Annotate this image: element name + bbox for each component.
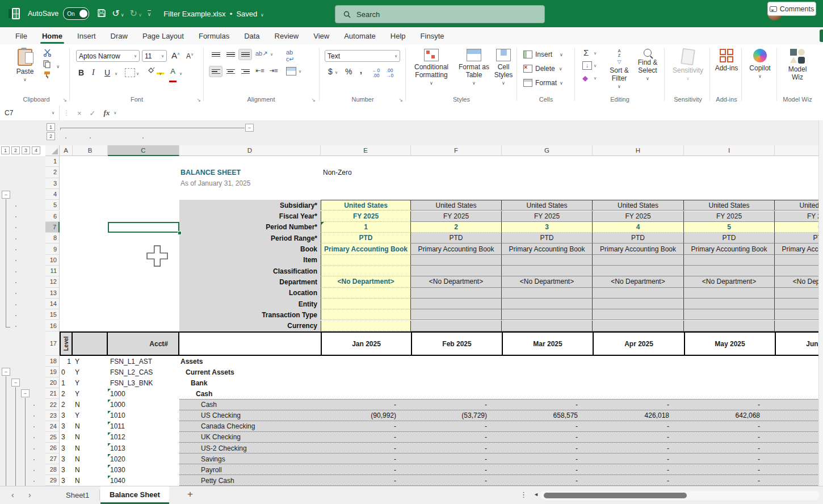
cell-F11[interactable] (411, 266, 502, 276)
paste-button[interactable]: Paste ∨ (12, 49, 37, 82)
filter-label[interactable]: Non-Zero (323, 167, 352, 178)
cell-D24[interactable]: Canada Checking (179, 421, 321, 432)
row-header-12[interactable]: 12 (45, 276, 60, 287)
decrease-decimal-button[interactable]: .00→0 (386, 68, 393, 78)
formula-input[interactable] (121, 105, 823, 121)
active-cell-selection[interactable] (108, 222, 179, 233)
cell-B18[interactable]: Y (73, 356, 108, 367)
sort-filter-button[interactable]: AZ ▽ Sort & Filter ∨ (606, 49, 632, 89)
cell-C26[interactable]: 1013 (108, 443, 179, 453)
ribbon-tab-formulas[interactable]: Formulas (191, 27, 237, 44)
row-header-11[interactable]: 11 (45, 266, 60, 276)
cell-G11[interactable] (502, 266, 593, 276)
cell-F26[interactable]: - (411, 443, 502, 453)
cell-B19[interactable]: Y (73, 367, 108, 377)
cell-B28[interactable]: N (73, 464, 108, 475)
cell-I24[interactable]: - (684, 421, 775, 432)
ribbon-tab-draw[interactable]: Draw (103, 27, 135, 44)
column-header-G[interactable]: G (502, 145, 593, 156)
tab-split-handle[interactable]: ⋮ (520, 490, 527, 499)
column-header-E[interactable]: E (321, 145, 411, 156)
row-header-8[interactable]: 8 (45, 233, 60, 243)
cell-C19[interactable]: FSN_L2_CAS (108, 367, 179, 377)
row-header-29[interactable]: 29 (45, 475, 60, 486)
cell-I6[interactable]: FY 2025 (684, 211, 775, 222)
cell-E16[interactable] (321, 321, 411, 331)
cell-F12[interactable]: <No Department> (411, 276, 502, 287)
copy-button[interactable]: ∨ (43, 60, 60, 70)
cell-D19[interactable]: Current Assets (179, 367, 321, 377)
cell-H9[interactable]: Primary Accounting Book (593, 243, 684, 254)
cell-A18[interactable]: 1 (60, 356, 73, 367)
cell-H27[interactable]: - (593, 453, 684, 464)
cell-C23[interactable]: 1010 (108, 410, 179, 421)
cell-H8[interactable]: PTD (593, 233, 684, 243)
cell-G26[interactable]: - (502, 443, 593, 453)
cell-F22[interactable]: - (411, 399, 502, 410)
cell-G7[interactable]: 3 (502, 222, 593, 233)
cell-G5[interactable]: United States (502, 200, 593, 211)
cell-I23[interactable]: 642,068 (684, 410, 775, 421)
format-painter-button[interactable] (43, 70, 52, 81)
cell-D23[interactable]: US Checking (179, 410, 321, 421)
clear-button[interactable]: ◆ (582, 74, 588, 82)
cell-F6[interactable]: FY 2025 (411, 211, 502, 222)
autosum-dropdown[interactable]: ∨ (594, 51, 597, 56)
row-header-27[interactable]: 27 (45, 453, 60, 464)
font-dialog-launcher[interactable]: ↘ (196, 97, 201, 103)
cell-J15[interactable] (775, 309, 818, 320)
cell-G22[interactable]: - (502, 399, 593, 410)
document-title[interactable]: Filter Example.xlsx • Saved ∨ (163, 10, 263, 18)
row-header-9[interactable]: 9 (45, 243, 60, 254)
row-outline-level-button-4[interactable]: 4 (32, 146, 40, 154)
cell-A24[interactable]: 3 (60, 421, 73, 432)
row-header-3[interactable]: 3 (45, 178, 60, 189)
orientation-dropdown[interactable]: ∨ (270, 52, 273, 57)
month-header-jan-2025[interactable]: Jan 2025 (321, 333, 411, 355)
cell-E9[interactable]: Primary Accounting Book (321, 243, 411, 254)
cell-E8[interactable]: PTD (321, 233, 411, 243)
cell-H24[interactable]: - (593, 421, 684, 432)
row-header-1[interactable]: 1 (45, 156, 60, 167)
sheet-tab-balance-sheet[interactable]: Balance Sheet (100, 486, 169, 504)
cell-J10[interactable] (775, 255, 818, 266)
cell-D27[interactable]: Savings (179, 453, 321, 464)
conditional-formatting-button[interactable]: Conditional Formatting ∨ (409, 49, 454, 86)
cell-J14[interactable] (775, 299, 818, 309)
cell-D22[interactable]: Cash (179, 399, 321, 410)
cell-E22[interactable]: - (321, 399, 411, 410)
search-input[interactable]: Search (335, 5, 545, 23)
row-header-5[interactable]: 5 (45, 200, 60, 211)
ribbon-tab-review[interactable]: Review (267, 27, 306, 44)
cell-E28[interactable]: - (321, 464, 411, 475)
cell-C20[interactable]: FSN_L3_BNK (108, 377, 179, 388)
cell-B27[interactable]: N (73, 453, 108, 464)
cell-F7[interactable]: 2 (411, 222, 502, 233)
clear-dropdown[interactable]: ∨ (594, 76, 597, 81)
cell-E23[interactable]: (90,992) (321, 410, 411, 421)
increase-font-size-button[interactable]: A∧ (171, 51, 180, 60)
redo-button[interactable]: ↻∨ (129, 9, 141, 18)
cell-H23[interactable]: 426,018 (593, 410, 684, 421)
insert-function-icon[interactable]: fx (104, 108, 110, 117)
cell-I25[interactable]: - (684, 432, 775, 443)
undo-button[interactable]: ↺∨ (112, 9, 124, 18)
cell-H11[interactable] (593, 266, 684, 276)
row-header-28[interactable]: 28 (45, 464, 60, 475)
cell-H28[interactable]: - (593, 464, 684, 475)
cell-G13[interactable] (502, 288, 593, 299)
cell-F15[interactable] (411, 309, 502, 320)
sensitivity-button[interactable]: Sensitivity ∨ (671, 49, 705, 81)
cell-F10[interactable] (411, 255, 502, 266)
cell-H22[interactable]: - (593, 399, 684, 410)
cell-E6[interactable]: FY 2025 (321, 211, 411, 222)
cell-C22[interactable]: 1000 (108, 399, 179, 410)
cell-J11[interactable] (775, 266, 818, 276)
cell-A25[interactable]: 3 (60, 432, 73, 443)
cell-J7[interactable]: 6 (775, 222, 818, 233)
cell-B24[interactable]: N (73, 421, 108, 432)
cell-A21[interactable]: 2 (60, 388, 73, 399)
ribbon-tab-page-layout[interactable]: Page Layout (135, 27, 191, 44)
new-sheet-button[interactable]: + (187, 489, 193, 500)
cell-J16[interactable] (775, 321, 818, 331)
